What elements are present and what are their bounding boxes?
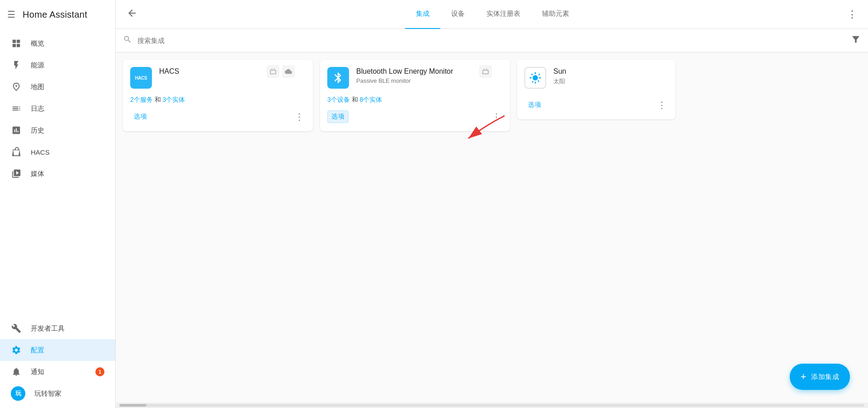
sidebar-item-logs-label: 日志 bbox=[31, 104, 44, 113]
sidebar-nav: 概览 能源 地图 日志 历史 bbox=[0, 29, 115, 408]
sidebar-item-config[interactable]: 配置 bbox=[0, 339, 115, 361]
sidebar-item-config-label: 配置 bbox=[31, 346, 44, 355]
sidebar-item-play-label: 玩转智家 bbox=[34, 389, 61, 398]
hacs-card-footer: 选项 ⋮ bbox=[130, 109, 306, 124]
config-icon bbox=[11, 345, 22, 355]
ble-card-footer: 选项 ⋮ bbox=[327, 109, 503, 124]
sidebar-item-history-label: 历史 bbox=[31, 126, 44, 135]
sidebar-item-energy[interactable]: 能源 bbox=[0, 54, 115, 76]
integration-card-sun: Sun 太阳 选项 ⋮ bbox=[517, 60, 675, 119]
tab-integrations[interactable]: 集成 bbox=[405, 0, 440, 29]
sidebar-item-overview[interactable]: 概览 bbox=[0, 33, 115, 54]
tab-helpers[interactable]: 辅助元素 bbox=[531, 0, 580, 29]
sidebar-item-notifications[interactable]: 通知 1 bbox=[0, 361, 115, 383]
search-icon bbox=[123, 35, 132, 46]
tab-entity-registry[interactable]: 实体注册表 bbox=[476, 0, 531, 29]
developer-icon bbox=[11, 323, 22, 333]
add-integration-fab[interactable]: + 添加集成 bbox=[790, 364, 850, 390]
sun-logo bbox=[524, 67, 546, 89]
sun-card-header: Sun 太阳 bbox=[524, 67, 668, 89]
ble-card-header: Bluetooth Low Energy Monitor Passive BLE… bbox=[327, 67, 503, 89]
sun-more-button[interactable]: ⋮ bbox=[656, 98, 668, 112]
hacs-logo: HACS bbox=[130, 67, 152, 89]
integration-card-ble: Bluetooth Low Energy Monitor Passive BLE… bbox=[320, 60, 510, 131]
ble-entities-link[interactable]: 8个实体 bbox=[360, 96, 382, 103]
hacs-card-badges bbox=[267, 65, 295, 78]
cards-grid: HACS HACS 2个服务 和 3个实体 选项 ⋮ bbox=[123, 60, 861, 131]
media-icon bbox=[11, 169, 22, 179]
fab-plus-icon: + bbox=[801, 371, 807, 383]
sidebar-item-logs[interactable]: 日志 bbox=[0, 98, 115, 119]
sidebar-item-energy-label: 能源 bbox=[31, 61, 44, 70]
topbar-tabs: 集成 设备 实体注册表 辅助元素 bbox=[141, 0, 844, 29]
history-icon bbox=[11, 125, 22, 135]
scrollbar-thumb[interactable] bbox=[119, 404, 146, 407]
fab-label: 添加集成 bbox=[811, 373, 839, 381]
ble-card-subtitle: Passive BLE monitor bbox=[356, 77, 503, 84]
sidebar-item-media[interactable]: 媒体 bbox=[0, 163, 115, 185]
ble-devices-link[interactable]: 3个设备 bbox=[327, 96, 350, 103]
menu-icon[interactable]: ☰ bbox=[7, 9, 15, 20]
sidebar-item-hacs[interactable]: HACS bbox=[0, 141, 115, 163]
sidebar-item-hacs-label: HACS bbox=[31, 148, 50, 156]
sun-title-area: Sun 太阳 bbox=[553, 67, 668, 85]
main-content: 集成 设备 实体注册表 辅助元素 ⋮ bbox=[116, 0, 868, 408]
scrollbar-area bbox=[116, 403, 868, 408]
ble-links-separator: 和 bbox=[352, 96, 360, 103]
hacs-card-links: 2个服务 和 3个实体 bbox=[130, 96, 306, 104]
app-title: Home Assistant bbox=[23, 9, 87, 20]
notifications-badge: 1 bbox=[95, 367, 104, 376]
sidebar-item-developer-label: 开发者工具 bbox=[31, 324, 65, 333]
back-button[interactable] bbox=[123, 4, 141, 25]
sidebar-item-map[interactable]: 地图 bbox=[0, 76, 115, 98]
topbar: 集成 设备 实体注册表 辅助元素 ⋮ bbox=[116, 0, 868, 29]
hacs-more-button[interactable]: ⋮ bbox=[293, 109, 306, 124]
cloud-badge-icon bbox=[282, 65, 295, 78]
hacs-services-link[interactable]: 2个服务 bbox=[130, 96, 153, 103]
ble-card-badges bbox=[479, 65, 492, 78]
ble-options-button[interactable]: 选项 bbox=[327, 110, 349, 123]
play-icon: 玩 bbox=[11, 386, 25, 401]
sidebar-item-play[interactable]: 玩 玩转智家 bbox=[0, 383, 115, 404]
map-icon bbox=[11, 82, 22, 92]
ble-more-button[interactable]: ⋮ bbox=[490, 109, 503, 124]
sun-card-subtitle: 太阳 bbox=[553, 77, 668, 85]
energy-icon bbox=[11, 60, 22, 70]
hacs-options-button[interactable]: 选项 bbox=[130, 111, 151, 123]
sidebar-item-history[interactable]: 历史 bbox=[0, 119, 115, 141]
ble-card-links: 3个设备 和 8个实体 bbox=[327, 96, 503, 104]
scrollbar-track[interactable] bbox=[119, 404, 864, 407]
hacs-nav-icon bbox=[11, 147, 22, 157]
sidebar-header: ☰ Home Assistant bbox=[0, 0, 115, 29]
box-badge-icon bbox=[267, 65, 279, 78]
cards-area: HACS HACS 2个服务 和 3个实体 选项 ⋮ bbox=[116, 52, 868, 403]
sidebar-item-map-label: 地图 bbox=[31, 83, 44, 91]
topbar-more-button[interactable]: ⋮ bbox=[844, 5, 861, 24]
logs-icon bbox=[11, 104, 22, 114]
sun-options-button[interactable]: 选项 bbox=[524, 99, 545, 111]
overview-icon bbox=[11, 38, 22, 48]
sidebar-item-developer[interactable]: 开发者工具 bbox=[0, 318, 115, 339]
sidebar-item-notifications-label: 通知 bbox=[31, 368, 44, 376]
sidebar-item-media-label: 媒体 bbox=[31, 170, 44, 178]
sun-card-footer: 选项 ⋮ bbox=[524, 98, 668, 112]
integration-card-hacs: HACS HACS 2个服务 和 3个实体 选项 ⋮ bbox=[123, 60, 313, 131]
notifications-icon bbox=[11, 367, 22, 377]
filter-icon[interactable] bbox=[851, 34, 861, 47]
sidebar: ☰ Home Assistant 概览 能源 地图 bbox=[0, 0, 116, 408]
search-bar bbox=[116, 29, 868, 52]
tab-devices[interactable]: 设备 bbox=[440, 0, 476, 29]
ble-logo bbox=[327, 67, 349, 89]
search-input[interactable] bbox=[137, 37, 845, 44]
sidebar-item-overview-label: 概览 bbox=[31, 39, 44, 48]
sun-card-title: Sun bbox=[553, 67, 668, 76]
hacs-links-separator: 和 bbox=[155, 96, 163, 103]
ble-box-badge-icon bbox=[479, 65, 492, 78]
hacs-entities-link[interactable]: 3个实体 bbox=[163, 96, 185, 103]
